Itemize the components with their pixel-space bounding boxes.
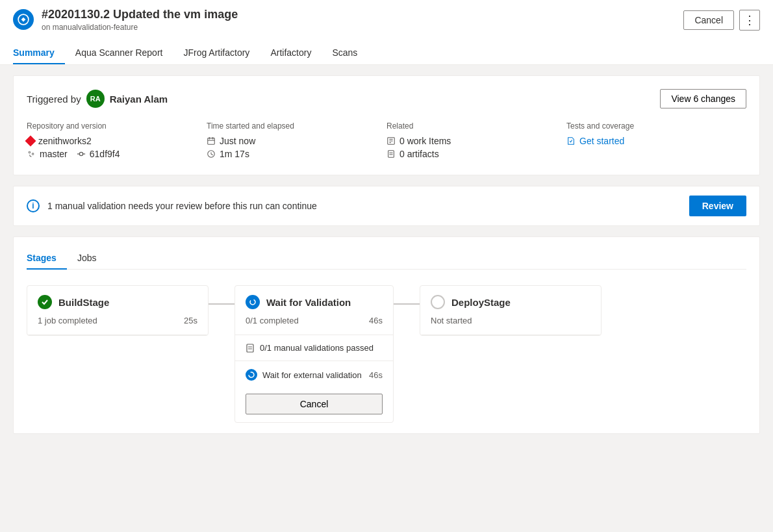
time-section: Time started and elapsed Just now: [207, 121, 386, 162]
wait-job-status: 0/1 completed: [246, 316, 299, 325]
test-icon: [566, 136, 576, 146]
svg-point-16: [250, 299, 255, 305]
build-job-status: 1 job completed: [38, 316, 97, 325]
tab-artifactory[interactable]: Artifactory: [260, 42, 322, 64]
related-label: Related: [386, 121, 553, 131]
get-started-row: Get started: [566, 136, 733, 146]
branch-icon: [27, 149, 36, 158]
tab-aqua-scanner[interactable]: Aqua Scanner Report: [65, 42, 173, 64]
work-items-row: 0 work Items: [386, 136, 553, 146]
validation-icon: [246, 344, 255, 353]
deploy-stage-title: DeployStage: [451, 297, 511, 308]
build-stage-title: BuildStage: [58, 297, 109, 308]
repo-icon: [25, 136, 36, 147]
repo-name-row: zenithworks2: [27, 136, 194, 146]
jobs-tab[interactable]: Jobs: [67, 247, 107, 270]
svg-point-20: [249, 372, 254, 377]
time-label: Time started and elapsed: [207, 121, 374, 131]
cancel-button[interactable]: Cancel: [683, 10, 734, 30]
wait-stage-meta: 0/1 completed 46s: [235, 316, 393, 335]
time-started: Just now: [220, 136, 255, 146]
related-section: Related 0 work Items: [386, 121, 566, 162]
tab-jfrog-artifactory[interactable]: JFrog Artifactory: [173, 42, 260, 64]
wait-detail: 0/1 manual validations passed: [235, 335, 393, 361]
meta-grid: Repository and version zenithworks2 mast…: [27, 121, 746, 162]
tab-summary[interactable]: Summary: [13, 42, 65, 64]
triggered-by-label: Triggered by: [27, 94, 81, 105]
title-text: #20201130.2 Updated the vm image on manu…: [42, 8, 238, 32]
page-title: #20201130.2 Updated the vm image: [42, 8, 238, 21]
deploy-stage-meta: Not started: [420, 316, 601, 335]
stages-tabs: Stages Jobs: [27, 247, 746, 270]
stages-row: BuildStage 1 job completed 25s: [27, 285, 746, 423]
info-message: 1 manual validation needs your review be…: [47, 201, 317, 211]
work-items-count: 0 work Items: [399, 136, 451, 146]
main-content: Triggered by RA Raiyan Alam View 6 chang…: [0, 65, 773, 444]
stage-wait: Wait for Validation 0/1 completed 46s 0/…: [234, 285, 394, 423]
time-elapsed: 1m 17s: [220, 149, 249, 159]
tab-scans[interactable]: Scans: [322, 42, 368, 64]
wait-duration: 46s: [369, 316, 383, 325]
artifacts-count: 0 artifacts: [399, 149, 439, 159]
build-complete-icon: [38, 295, 52, 309]
triggered-by-section: Triggered by RA Raiyan Alam: [27, 90, 168, 108]
avatar: RA: [86, 90, 105, 108]
repo-name: zenithworks2: [38, 136, 92, 146]
svg-point-1: [79, 152, 82, 155]
wait-stage-title: Wait for Validation: [266, 297, 351, 308]
get-started-link[interactable]: Get started: [579, 136, 624, 146]
build-stage-meta: 1 job completed 25s: [27, 316, 208, 335]
info-icon: i: [27, 199, 40, 212]
info-banner: i 1 manual validation needs your review …: [13, 186, 760, 226]
triggered-by-card: Triggered by RA Raiyan Alam View 6 chang…: [13, 75, 760, 175]
svg-rect-4: [208, 138, 215, 145]
view-changes-button[interactable]: View 6 changes: [660, 89, 746, 108]
user-name: Raiyan Alam: [110, 94, 168, 105]
branch-name: master: [40, 149, 68, 159]
coverage-section: Tests and coverage Get started: [566, 121, 746, 162]
coverage-label: Tests and coverage: [566, 121, 733, 131]
clock-icon: [207, 149, 216, 158]
artifacts-row: 0 artifacts: [386, 149, 553, 159]
svg-rect-17: [247, 344, 253, 352]
sub-job-row: Wait for external validation 46s: [235, 361, 393, 388]
connector-2: [394, 285, 420, 305]
svg-rect-13: [388, 151, 394, 158]
page-subtitle: on manualvalidation-feature: [42, 23, 238, 32]
commit-icon: [77, 149, 86, 158]
ellipsis-icon: ⋮: [744, 13, 755, 27]
stages-card: Stages Jobs BuildStage 1 job comple: [13, 236, 760, 434]
build-duration: 25s: [184, 316, 197, 325]
workitem-icon: [386, 136, 396, 146]
more-options-button[interactable]: ⋮: [739, 10, 760, 31]
time-elapsed-row: 1m 17s: [207, 149, 374, 159]
sub-job-name: Wait for external validation: [262, 370, 362, 380]
pipeline-icon: [13, 9, 34, 30]
review-button[interactable]: Review: [689, 196, 746, 216]
artifact-icon: [386, 149, 396, 158]
connector-1: [209, 285, 234, 305]
title-area: #20201130.2 Updated the vm image on manu…: [13, 8, 238, 32]
sub-job-icon: [246, 369, 257, 381]
commit-hash: 61df9f4: [90, 149, 120, 159]
stage-deploy: DeployStage Not started: [420, 285, 602, 336]
page-header: #20201130.2 Updated the vm image on manu…: [0, 0, 773, 65]
time-started-row: Just now: [207, 136, 374, 146]
main-tabs: Summary Aqua Scanner Report JFrog Artifa…: [13, 42, 760, 64]
wait-progress-icon: [246, 295, 260, 309]
deploy-job-status: Not started: [431, 316, 472, 325]
repo-section: Repository and version zenithworks2 mast…: [27, 121, 207, 162]
stage-build: BuildStage 1 job completed 25s: [27, 285, 209, 336]
deploy-not-started-icon: [431, 295, 445, 309]
header-actions: Cancel ⋮: [683, 10, 760, 31]
sub-job-duration: 46s: [369, 370, 383, 380]
branch-row: master 61df9f4: [27, 149, 194, 159]
calendar-icon: [207, 136, 216, 146]
validation-detail: 0/1 manual validations passed: [260, 343, 374, 353]
stage-cancel-button[interactable]: Cancel: [246, 394, 383, 414]
stages-tab[interactable]: Stages: [27, 247, 67, 270]
repo-label: Repository and version: [27, 121, 194, 131]
